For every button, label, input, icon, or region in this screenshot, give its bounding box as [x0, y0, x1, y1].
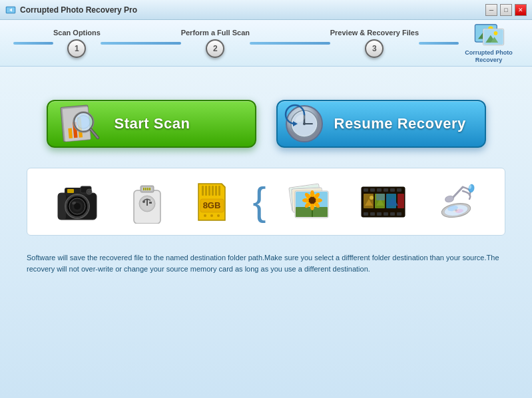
- resume-recovery-button[interactable]: Resume Recovery: [276, 100, 486, 148]
- photos-icon-item: [287, 180, 334, 224]
- film-icon-item: [358, 180, 408, 224]
- svg-rect-67: [215, 186, 217, 196]
- camera-icon-item: [53, 178, 103, 225]
- scan-icon: [55, 100, 105, 147]
- step-3-label: Preview & Recovery Files: [330, 29, 419, 37]
- svg-rect-66: [212, 186, 214, 196]
- svg-point-14: [493, 31, 497, 35]
- svg-rect-105: [384, 212, 388, 216]
- svg-rect-99: [384, 188, 388, 192]
- step-line-2-3: [250, 42, 330, 45]
- sdcard-icon-item: 8GB: [192, 180, 232, 224]
- svg-point-42: [74, 203, 81, 210]
- svg-point-94: [309, 197, 316, 204]
- svg-rect-98: [377, 188, 382, 192]
- step-2-label: Perform a Full Scan: [181, 29, 250, 37]
- svg-rect-107: [397, 212, 401, 216]
- svg-rect-104: [377, 212, 382, 216]
- svg-rect-57: [143, 188, 144, 190]
- maximize-button[interactable]: □: [500, 4, 512, 16]
- scan-btn-label: Start Scan: [115, 115, 190, 132]
- svg-rect-68: [218, 186, 220, 196]
- camera-icon: [53, 178, 103, 225]
- icons-panel: 8GB {: [27, 168, 505, 236]
- svg-rect-59: [147, 188, 148, 190]
- step-line-left: [13, 42, 53, 45]
- music-icon: [433, 180, 479, 224]
- svg-text:8GB: 8GB: [202, 200, 220, 210]
- film-icon: [358, 180, 408, 224]
- svg-rect-96: [364, 188, 368, 192]
- svg-point-89: [316, 198, 322, 202]
- svg-line-124: [453, 187, 463, 197]
- svg-point-24: [77, 116, 89, 128]
- svg-point-87: [310, 204, 314, 210]
- svg-rect-63: [202, 186, 204, 196]
- app-icon: [5, 5, 16, 15]
- photos-icon: [287, 180, 334, 224]
- svg-point-73: [217, 214, 220, 217]
- logo-area: Corrupted Photo Recovery: [459, 21, 519, 65]
- brace-separator: {: [256, 182, 262, 222]
- step-3: Preview & Recovery Files 3: [330, 29, 419, 58]
- svg-point-71: [204, 214, 206, 217]
- music-icon-item: [433, 180, 479, 224]
- logo-text: Corrupted Photo Recovery: [465, 49, 513, 65]
- step-1-label: Scan Options: [53, 29, 101, 37]
- buttons-row: Start Scan: [27, 100, 505, 148]
- svg-rect-97: [370, 188, 375, 192]
- svg-rect-37: [67, 189, 74, 193]
- step-2: Perform a Full Scan 2: [181, 29, 250, 58]
- brace-icon: {: [252, 182, 266, 222]
- svg-point-113: [370, 196, 374, 200]
- svg-rect-100: [390, 188, 395, 192]
- svg-point-45: [88, 190, 91, 194]
- svg-rect-58: [145, 188, 146, 190]
- usb-icon: [127, 180, 167, 224]
- resume-btn-label: Resume Recovery: [334, 115, 466, 132]
- steps-bar: Scan Options 1 Perform a Full Scan 2 Pre…: [0, 20, 532, 67]
- svg-rect-106: [390, 212, 395, 216]
- footer-text: Software will save the recovered file to…: [27, 252, 505, 274]
- title-bar: Corrupted Photo Recovery Pro ─ □ ✕: [0, 0, 532, 20]
- svg-rect-103: [370, 212, 375, 216]
- app-title: Corrupted Photo Recovery Pro: [20, 5, 137, 15]
- svg-point-72: [210, 214, 213, 217]
- resume-icon: [284, 104, 324, 144]
- step-3-circle: 3: [365, 39, 384, 58]
- svg-rect-54: [149, 202, 152, 204]
- window-controls: ─ □ ✕: [485, 4, 527, 16]
- svg-rect-60: [149, 188, 150, 190]
- sdcard-icon: 8GB: [192, 180, 232, 224]
- usb-drive-icon-item: [127, 180, 167, 224]
- close-button[interactable]: ✕: [515, 4, 527, 16]
- start-scan-button[interactable]: Start Scan: [47, 100, 256, 148]
- main-content: Start Scan: [0, 67, 532, 398]
- svg-rect-101: [397, 188, 401, 192]
- step-2-circle: 2: [206, 39, 224, 58]
- svg-rect-115: [376, 194, 385, 200]
- wizard-steps: Scan Options 1 Perform a Full Scan 2 Pre…: [13, 29, 459, 58]
- svg-point-53: [142, 200, 145, 203]
- svg-point-86: [310, 190, 314, 197]
- svg-line-23: [91, 129, 98, 138]
- svg-rect-65: [208, 186, 210, 196]
- step-line-1-2: [101, 42, 181, 45]
- step-1: Scan Options 1: [53, 29, 101, 58]
- svg-rect-64: [205, 186, 207, 196]
- minimize-button[interactable]: ─: [485, 4, 497, 16]
- svg-rect-102: [364, 212, 368, 216]
- svg-point-88: [302, 198, 309, 202]
- logo-icon: [471, 21, 507, 48]
- svg-rect-111: [398, 194, 404, 208]
- title-bar-left: Corrupted Photo Recovery Pro: [5, 5, 137, 15]
- step-line-right: [419, 42, 459, 45]
- step-1-circle: 1: [67, 39, 86, 58]
